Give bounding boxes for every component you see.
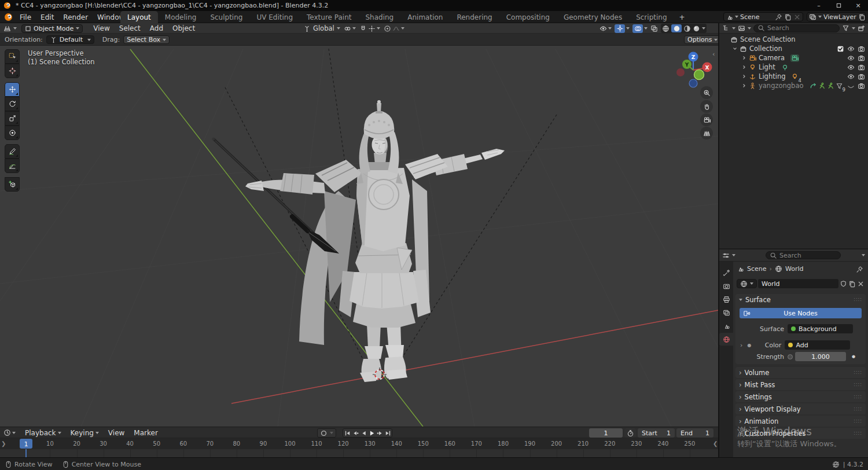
outliner-item-label[interactable]: Camera <box>759 54 785 62</box>
outliner-item-label[interactable]: Scene Collection <box>740 35 796 43</box>
timeline-collapse-arrow[interactable]: ❮ <box>713 440 718 447</box>
pan-button[interactable] <box>700 100 713 113</box>
camera-view-button[interactable] <box>700 113 713 126</box>
outliner-row-lighting[interactable]: Lighting4 <box>719 72 868 81</box>
tool-rotate-button[interactable] <box>5 97 20 111</box>
decorator-dot[interactable]: ● <box>747 343 751 348</box>
gizmo-neg-z[interactable] <box>689 79 697 87</box>
workspace-tab-shading[interactable]: Shading <box>358 11 400 23</box>
expander-icon[interactable] <box>741 74 747 79</box>
panel-mist-pass[interactable]: ›Mist Pass:::: <box>735 379 866 390</box>
timeline-expand-arrow[interactable]: ❯ <box>1 440 6 447</box>
orientation-setting-dropdown[interactable]: Default <box>46 35 94 44</box>
snap-toggle[interactable] <box>359 25 380 32</box>
transform-orientation-dropdown[interactable]: Global <box>303 24 340 32</box>
viewport-menu-view[interactable]: View <box>89 23 114 35</box>
surface-value-dropdown[interactable]: Background <box>788 324 853 333</box>
object-visibility-dropdown[interactable] <box>599 25 612 32</box>
proportional-editing-toggle[interactable] <box>384 25 404 32</box>
workspace-tab-rendering[interactable]: Rendering <box>450 11 499 23</box>
properties-search[interactable] <box>766 251 841 259</box>
viewport-canvas[interactable]: User Perspective (1) Scene Collection Z … <box>0 46 718 427</box>
outliner-item-label[interactable]: Collection <box>749 45 782 53</box>
disable-render-icon[interactable] <box>858 64 865 71</box>
close-button[interactable]: × <box>848 0 868 11</box>
timeline-menu-marker[interactable]: Marker <box>129 427 162 439</box>
tool-measure-button[interactable] <box>5 159 20 173</box>
outliner-row-collection[interactable]: Collection <box>719 44 868 53</box>
properties-tab-view-layer[interactable] <box>719 306 733 319</box>
workspace-tab-uv-editing[interactable]: UV Editing <box>249 11 300 23</box>
world-browse-dropdown[interactable] <box>737 279 757 288</box>
menu-file[interactable]: File <box>15 11 36 23</box>
outliner-search-input[interactable] <box>767 24 836 32</box>
expand-color-icon[interactable]: › <box>740 342 742 349</box>
pin-icon[interactable] <box>775 13 782 21</box>
use-nodes-button[interactable]: Use Nodes <box>740 308 862 318</box>
hidden-eye-icon[interactable] <box>847 82 855 90</box>
playhead[interactable]: 1 <box>20 439 32 449</box>
add-workspace-button[interactable]: + <box>674 11 690 23</box>
current-frame-field[interactable]: 1 <box>589 428 623 438</box>
outliner-display-mode-icon[interactable] <box>722 24 730 32</box>
properties-tab-render[interactable] <box>719 280 733 292</box>
play-button[interactable] <box>367 428 376 438</box>
color-value-dropdown[interactable]: Add <box>785 340 850 350</box>
character-model[interactable] <box>212 100 505 382</box>
viewport-menu-object[interactable]: Object <box>168 23 200 35</box>
timeline-editor-type-icon[interactable] <box>3 429 11 436</box>
shading-wireframe-button[interactable] <box>662 25 670 32</box>
shading-solid-button[interactable] <box>671 24 682 32</box>
panel-volume[interactable]: ›Volume:::: <box>735 367 866 378</box>
outliner-row-scene-collection[interactable]: Scene Collection <box>719 35 868 44</box>
panel-viewport-display[interactable]: ›Viewport Display:::: <box>735 403 866 414</box>
properties-tab-scene[interactable] <box>719 320 733 332</box>
outliner-search[interactable] <box>753 24 840 32</box>
hide-eye-icon[interactable] <box>847 54 855 62</box>
new-view-layer-icon[interactable] <box>858 13 866 21</box>
workspace-tab-texture-paint[interactable]: Texture Paint <box>300 11 358 23</box>
view-layer-selector[interactable]: ViewLayer <box>807 12 866 21</box>
expander-icon[interactable] <box>741 64 747 70</box>
surface-panel-header[interactable]: Surface :::: <box>735 294 866 305</box>
mode-dropdown[interactable]: Object Mode <box>21 24 83 33</box>
properties-editor-type-icon[interactable] <box>722 252 730 259</box>
navigation-gizmo[interactable]: Z Y X <box>674 49 714 89</box>
frame-start-field[interactable]: Start1 <box>638 428 675 438</box>
properties-tab-world[interactable] <box>719 333 733 346</box>
menu-edit[interactable]: Edit <box>36 11 58 23</box>
shading-material-button[interactable] <box>683 25 691 32</box>
drag-setting-dropdown[interactable]: Select Box <box>123 35 170 44</box>
outliner-row-yangzongbao[interactable]: yangzongbao9 <box>719 81 868 90</box>
world-name-field[interactable]: World <box>758 279 838 288</box>
minimize-button[interactable]: – <box>809 0 829 11</box>
next-keyframe-button[interactable] <box>376 428 384 438</box>
chevron-down-icon[interactable] <box>862 254 865 256</box>
hide-eye-icon[interactable] <box>847 45 855 53</box>
tool-transform-button[interactable] <box>5 126 20 140</box>
outliner-item-label[interactable]: Lighting <box>759 72 785 80</box>
timeline-ruler[interactable]: ❯ ❮ 1 1020304050607080901001101201301401… <box>0 438 718 449</box>
workspace-tab-animation[interactable]: Animation <box>400 11 450 23</box>
xray-toggle[interactable] <box>650 25 658 32</box>
hide-eye-icon[interactable] <box>847 64 855 71</box>
hide-eye-icon[interactable] <box>847 73 855 80</box>
fake-user-icon[interactable] <box>840 280 847 288</box>
frame-end-field[interactable]: End1 <box>676 428 713 438</box>
workspace-tab-scripting[interactable]: Scripting <box>629 11 674 23</box>
disable-render-icon[interactable] <box>858 73 865 80</box>
expander-icon[interactable] <box>741 55 747 61</box>
workspace-tab-modeling[interactable]: Modeling <box>158 11 204 23</box>
workspace-tab-layout[interactable]: Layout <box>120 11 158 23</box>
disable-render-icon[interactable] <box>858 82 865 90</box>
tool-cursor-button[interactable] <box>5 64 20 78</box>
keyframe-decorator-dot[interactable]: ● <box>852 354 855 359</box>
exclude-checkbox[interactable] <box>837 45 844 53</box>
workspace-tab-compositing[interactable]: Compositing <box>499 11 557 23</box>
disable-render-icon[interactable] <box>858 54 865 62</box>
outliner-filter-image-icon[interactable] <box>738 24 745 32</box>
outliner-row-camera[interactable]: Camera <box>719 53 868 63</box>
duplicate-datablock-icon[interactable] <box>848 280 856 288</box>
properties-tab-tool[interactable] <box>719 266 733 279</box>
workspace-tab-sculpting[interactable]: Sculpting <box>203 11 249 23</box>
